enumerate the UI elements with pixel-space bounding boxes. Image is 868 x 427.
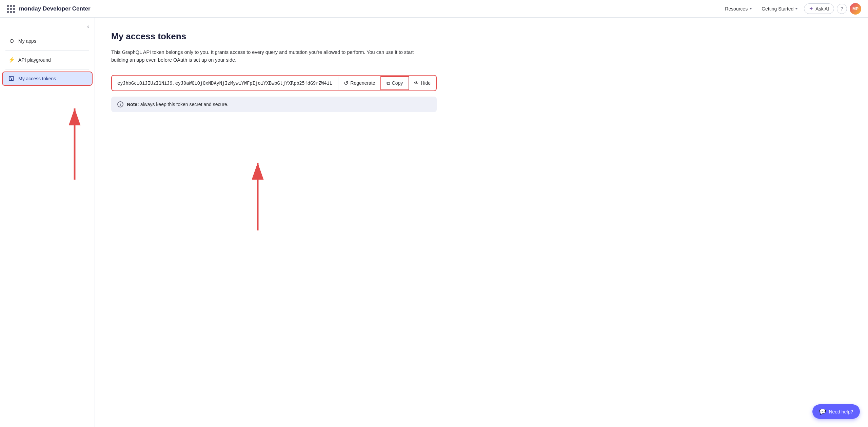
sidebar: ‹ ⊙ My apps ⚡ API playground ⚿ My access…	[0, 18, 95, 427]
sidebar-divider	[5, 50, 89, 50]
topnav-left: monday Developer Center	[7, 5, 722, 13]
sidebar-item-my-apps[interactable]: ⊙ My apps	[3, 34, 92, 47]
page-title: My access tokens	[111, 31, 852, 42]
note-box: i Note: always keep this token secret an…	[111, 97, 437, 112]
regenerate-button[interactable]: ↺ Regenerate	[338, 77, 381, 90]
getting-started-chevron-icon	[795, 8, 798, 9]
resources-chevron-icon	[749, 8, 752, 9]
info-icon: i	[117, 101, 123, 107]
top-navigation: monday Developer Center Resources Gettin…	[0, 0, 868, 18]
sidebar-header: ‹	[0, 22, 95, 34]
sidebar-divider-2	[5, 69, 89, 69]
copy-icon: ⧉	[387, 80, 390, 86]
my-access-tokens-icon: ⚿	[8, 76, 15, 82]
ai-star-icon: ✦	[809, 5, 813, 12]
need-help-button[interactable]: 💬 Need help?	[812, 404, 860, 419]
note-text: Note: always keep this token secret and …	[127, 102, 229, 107]
chat-bubble-icon: 💬	[819, 408, 826, 415]
token-container: ↺ Regenerate ⧉ Copy 👁 Hide	[111, 75, 437, 91]
regenerate-icon: ↺	[344, 80, 348, 86]
getting-started-button[interactable]: Getting Started	[758, 4, 801, 14]
hide-button[interactable]: 👁 Hide	[409, 77, 436, 89]
resources-button[interactable]: Resources	[722, 4, 755, 14]
token-input[interactable]	[112, 76, 338, 90]
help-button[interactable]: ?	[837, 4, 847, 14]
hide-icon: 👁	[414, 80, 419, 86]
my-apps-icon: ⊙	[8, 38, 15, 44]
copy-button[interactable]: ⧉ Copy	[381, 77, 409, 89]
sidebar-item-my-access-tokens[interactable]: ⚿ My access tokens	[3, 72, 92, 85]
avatar[interactable]: MP	[850, 3, 861, 15]
main-content: My access tokens This GraphQL API token …	[95, 18, 868, 427]
topnav-right: Resources Getting Started ✦ Ask AI ? MP	[722, 3, 861, 15]
main-layout: ‹ ⊙ My apps ⚡ API playground ⚿ My access…	[0, 18, 868, 427]
api-playground-icon: ⚡	[8, 57, 15, 63]
sidebar-item-api-playground[interactable]: ⚡ API playground	[3, 53, 92, 66]
token-actions: ↺ Regenerate ⧉ Copy 👁 Hide	[338, 77, 436, 90]
brand-logo: monday Developer Center	[19, 5, 91, 12]
sidebar-collapse-button[interactable]: ‹	[86, 22, 91, 32]
grid-menu-icon[interactable]	[7, 5, 15, 13]
description-text: This GraphQL API token belongs only to y…	[111, 48, 423, 64]
ask-ai-button[interactable]: ✦ Ask AI	[804, 3, 834, 14]
